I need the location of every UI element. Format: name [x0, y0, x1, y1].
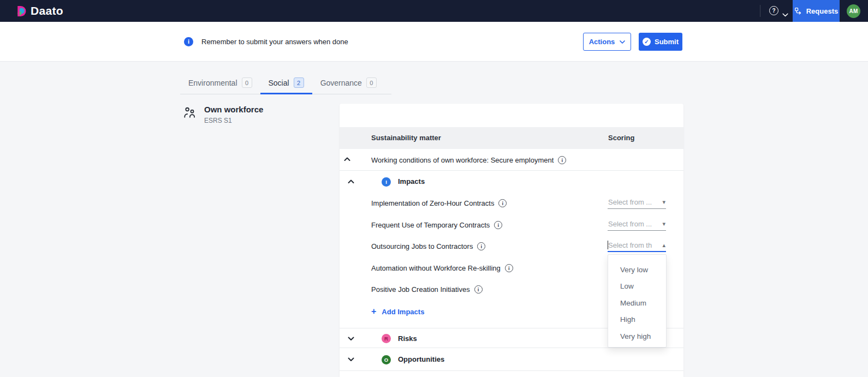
help-icon[interactable]: ?: [769, 6, 778, 15]
requests-label: Requests: [806, 7, 839, 15]
tab-social[interactable]: Social 2: [260, 71, 312, 94]
info-icon[interactable]: i: [505, 264, 513, 272]
add-impacts-label: Add Impacts: [382, 308, 424, 316]
submit-label: Submit: [655, 38, 679, 46]
submit-button[interactable]: Submit: [639, 33, 682, 51]
requests-button[interactable]: Requests: [793, 0, 840, 22]
select-placeholder: Select from ...: [608, 198, 652, 206]
chevron-down-icon: [620, 40, 625, 44]
impact-label: Outsourcing Jobs to Contractors: [371, 242, 473, 250]
dropdown-option-very-high[interactable]: Very high: [608, 328, 666, 345]
collapse-chevron-up-icon[interactable]: [348, 179, 354, 184]
risks-section-label: Risks: [398, 328, 417, 349]
impacts-section-label: Impacts: [398, 171, 425, 193]
impacts-section-row: I Impacts: [340, 171, 683, 193]
dropdown-option-very-low[interactable]: Very low: [608, 261, 666, 278]
matter-row: Working conditions of own workforce: Sec…: [340, 149, 683, 171]
impact-label: Automation without Workforce Re-skilling: [371, 264, 501, 272]
plus-icon: [371, 307, 376, 316]
daato-logo-icon: [16, 5, 28, 17]
topic-title: Own workforce: [204, 105, 263, 114]
info-icon[interactable]: i: [494, 221, 502, 229]
banner-notice: Remember to submit your answers when don…: [201, 38, 348, 46]
requests-icon: [794, 7, 802, 15]
workforce-people-icon: [183, 106, 197, 124]
check-circle-icon: [643, 38, 651, 46]
caret-down-icon: [662, 199, 665, 206]
caret-down-icon: [662, 220, 665, 228]
impact-row: Frequent Use of Temporary Contracts i Se…: [340, 214, 683, 236]
tab-label: Environmental: [188, 79, 237, 87]
impact-label: Implementation of Zero-Hour Contracts: [371, 199, 494, 207]
dropdown-option-medium[interactable]: Medium: [608, 295, 666, 312]
expand-chevron-down-icon[interactable]: [348, 337, 354, 341]
topic-code: ESRS S1: [204, 117, 263, 124]
scoring-dropdown-panel: Very low Low Medium High Very high: [608, 254, 667, 348]
tab-count-badge: 0: [366, 77, 377, 88]
scoring-select[interactable]: Select from ...: [608, 218, 666, 231]
topic-heading: Own workforce ESRS S1: [183, 105, 263, 124]
opportunities-section-row: O Opportunities: [340, 348, 683, 371]
tab-count-badge: 0: [242, 77, 252, 88]
logo-text: Daato: [31, 4, 63, 17]
impact-row: Implementation of Zero-Hour Contracts i …: [340, 193, 683, 214]
expand-chevron-down-icon[interactable]: [348, 357, 354, 362]
opportunities-badge: O: [382, 355, 391, 364]
info-icon[interactable]: i: [477, 242, 485, 250]
tab-governance[interactable]: Governance 0: [312, 71, 385, 94]
screen: Daato ? Requests AM i Remember to submit…: [0, 0, 868, 377]
impacts-badge: I: [382, 177, 391, 187]
info-icon[interactable]: i: [498, 199, 507, 207]
impact-label: Positive Job Creation Initiatives: [371, 285, 470, 294]
info-icon: i: [184, 37, 193, 46]
tab-bar: Environmental 0 Social 2 Governance 0: [180, 71, 391, 94]
tab-label: Governance: [320, 79, 362, 87]
opportunities-section-label: Opportunities: [398, 348, 444, 371]
select-placeholder: Select from th: [608, 241, 652, 249]
matter-label: Working conditions of own workforce: Sec…: [371, 156, 554, 164]
topbar-divider: [760, 5, 760, 17]
caret-up-icon: [662, 242, 665, 249]
column-scoring: Scoring: [608, 127, 634, 149]
actions-label: Actions: [589, 38, 615, 46]
logo[interactable]: Daato: [16, 0, 63, 22]
chevron-down-icon[interactable]: [782, 9, 788, 19]
scoring-select-open[interactable]: Select from th: [608, 239, 666, 252]
tab-count-badge: 2: [294, 77, 304, 88]
impact-label: Frequent Use of Temporary Contracts: [371, 221, 490, 229]
banner: i Remember to submit your answers when d…: [0, 22, 868, 62]
avatar[interactable]: AM: [847, 4, 860, 18]
scoring-select[interactable]: Select from ...: [608, 196, 666, 209]
add-impacts-button[interactable]: Add Impacts: [371, 301, 424, 322]
collapse-chevron-up-icon[interactable]: [344, 157, 350, 161]
risks-badge: R: [382, 334, 391, 343]
dropdown-option-low[interactable]: Low: [608, 278, 666, 295]
info-icon[interactable]: i: [558, 156, 566, 164]
tab-environmental[interactable]: Environmental 0: [180, 71, 260, 94]
topbar: Daato ? Requests AM: [0, 0, 868, 22]
info-icon[interactable]: i: [474, 285, 483, 294]
actions-button[interactable]: Actions: [583, 33, 631, 51]
column-sustainability-matter: Sustainability matter: [371, 127, 441, 149]
select-placeholder: Select from ...: [608, 220, 652, 228]
tab-label: Social: [269, 79, 289, 87]
dropdown-option-high[interactable]: High: [608, 312, 666, 328]
table-header: Sustainability matter Scoring: [340, 127, 683, 149]
